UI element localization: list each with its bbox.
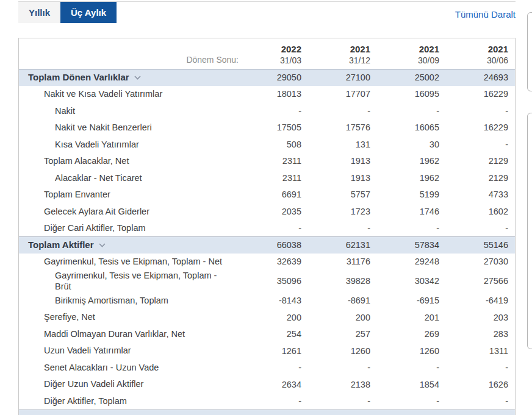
table-row: Uzun Vadeli Yatırımlar1261126012601311 <box>19 342 515 360</box>
right-panel-edge-top <box>527 12 532 91</box>
row-label: Birikmiş Amortisman, Toplam <box>19 295 239 306</box>
value-cell: 6691 <box>239 190 307 199</box>
table-row: Diğer Cari Aktifler, Toplam---- <box>19 220 515 237</box>
table-body: Toplam Dönen Varlıklar290502710025002246… <box>19 69 515 410</box>
value-cell: - <box>445 363 514 372</box>
row-label: Şerefiye, Net <box>19 311 239 322</box>
value-cell: - <box>307 363 376 372</box>
value-cell: 257 <box>307 329 376 339</box>
period-column-header-2: 202130/09 <box>376 44 445 69</box>
value-cell: 17707 <box>307 89 376 99</box>
value-cell: - <box>307 106 376 116</box>
row-label: Kısa Vadeli Yatırımlar <box>19 139 239 150</box>
row-label: Gelecek Aylara Ait Giderler <box>19 206 239 217</box>
row-label: Nakit ve Kısa Vadeli Yatırımlar <box>19 88 239 99</box>
table-row: Diğer Uzun Vadeli Aktifler26342138185416… <box>19 376 515 393</box>
value-cell: 35096 <box>239 276 307 286</box>
value-cell: 27030 <box>445 257 514 266</box>
table-row: Alacaklar - Net Ticaret2311191319622129 <box>19 169 515 186</box>
value-cell: - <box>376 223 445 233</box>
value-cell: 27566 <box>445 276 514 286</box>
row-label: Diğer Aktifler, Toplam <box>19 395 239 406</box>
tab-yillik[interactable]: Yıllık <box>18 2 60 23</box>
period-column-header-1: 202131/12 <box>307 44 376 69</box>
partial-next-section-row[interactable] <box>19 410 515 415</box>
value-cell: 2129 <box>445 156 514 166</box>
value-cell: -6915 <box>376 296 445 305</box>
table-row: Senet Alacakları - Uzun Vade---- <box>19 359 515 376</box>
table-row: Gayrimenkul, Tesis ve Ekipman, Toplam - … <box>19 270 515 292</box>
value-cell: 32639 <box>239 257 307 266</box>
value-cell: 201 <box>376 313 445 322</box>
value-cell: -8143 <box>239 296 307 305</box>
table-row: Birikmiş Amortisman, Toplam-8143-8691-69… <box>19 292 515 309</box>
row-label: Toplam Aktifler <box>19 239 239 251</box>
value-cell: 29248 <box>376 257 445 266</box>
row-label: Uzun Vadeli Yatırımlar <box>19 345 239 356</box>
row-label: Toplam Alacaklar, Net <box>19 155 239 166</box>
row-label: Nakit <box>19 105 239 116</box>
value-cell: - <box>307 396 376 406</box>
value-cell: 25002 <box>376 73 445 82</box>
value-cell: - <box>239 363 307 372</box>
value-cell: 2129 <box>445 173 514 183</box>
value-cell: 131 <box>307 140 376 149</box>
value-cell: 2311 <box>239 173 307 183</box>
value-cell: 55146 <box>445 240 514 250</box>
value-cell: 508 <box>239 140 307 149</box>
value-cell: 1962 <box>376 156 445 166</box>
value-cell: 18013 <box>239 89 307 99</box>
value-cell: 1913 <box>307 173 376 183</box>
table-row: Gayrimenkul, Tesis ve Ekipman, Toplam - … <box>19 254 515 271</box>
balance-sheet-table: Dönem Sonu: 202231/03202131/12202130/092… <box>18 38 516 415</box>
value-cell: 1854 <box>376 380 445 389</box>
collapse-all-link[interactable]: Tümünü Daralt <box>455 9 516 20</box>
row-label: Gayrimenkul, Tesis ve Ekipman, Toplam - … <box>19 270 239 292</box>
row-label: Gayrimenkul, Tesis ve Ekipman, Toplam - … <box>19 256 239 267</box>
table-row: Nakit---- <box>19 102 515 119</box>
section-row[interactable]: Toplam Aktifler66038621315783455146 <box>19 236 515 254</box>
value-cell: 254 <box>239 329 307 339</box>
column-year: 2021 <box>445 44 508 55</box>
period-column-header-3: 202130/06 <box>445 44 514 69</box>
value-cell: 203 <box>445 313 514 322</box>
value-cell: - <box>307 223 376 233</box>
value-cell: 17505 <box>239 122 307 132</box>
column-year: 2021 <box>307 44 370 55</box>
value-cell: 1626 <box>445 380 514 389</box>
value-cell: - <box>445 223 514 233</box>
value-cell: - <box>445 140 514 149</box>
value-cell: 2035 <box>239 207 307 216</box>
value-cell: 200 <box>307 313 376 322</box>
value-cell: 283 <box>445 329 514 339</box>
row-label: Nakit ve Nakit Benzerleri <box>19 122 239 133</box>
column-year: 2022 <box>239 44 301 55</box>
value-cell: - <box>239 396 307 406</box>
section-row[interactable]: Toplam Dönen Varlıklar290502710025002246… <box>19 69 515 86</box>
tab-uc-aylik[interactable]: Üç Aylık <box>60 2 117 23</box>
value-cell: - <box>376 363 445 372</box>
column-date: 31/12 <box>307 55 370 66</box>
value-cell: 1260 <box>376 346 445 356</box>
value-cell: 269 <box>376 329 445 339</box>
column-date: 30/06 <box>445 55 508 66</box>
value-cell: 30342 <box>376 276 445 286</box>
value-cell: 1602 <box>445 207 514 216</box>
value-cell: - <box>376 396 445 406</box>
row-label: Senet Alacakları - Uzun Vade <box>19 362 239 373</box>
period-tabs: Yıllık Üç Aylık <box>18 2 516 23</box>
value-cell: -6419 <box>445 296 514 305</box>
row-label: Maddi Olmayan Duran Varlıklar, Net <box>19 328 239 339</box>
table-row: Nakit ve Kısa Vadeli Yatırımlar180131770… <box>19 86 515 103</box>
value-cell: 1260 <box>307 346 376 356</box>
column-year: 2021 <box>376 44 439 55</box>
period-end-label: Dönem Sonu: <box>19 55 239 69</box>
value-cell: 16095 <box>376 89 445 99</box>
table-row: Gelecek Aylara Ait Giderler2035172317461… <box>19 203 515 220</box>
row-label: Diğer Uzun Vadeli Aktifler <box>19 378 239 389</box>
column-date: 30/09 <box>376 55 439 66</box>
value-cell: - <box>445 106 514 116</box>
toolbar: Yıllık Üç Aylık Tümünü Daralt <box>18 2 516 24</box>
value-cell: - <box>239 106 307 116</box>
value-cell: 1261 <box>239 346 307 356</box>
